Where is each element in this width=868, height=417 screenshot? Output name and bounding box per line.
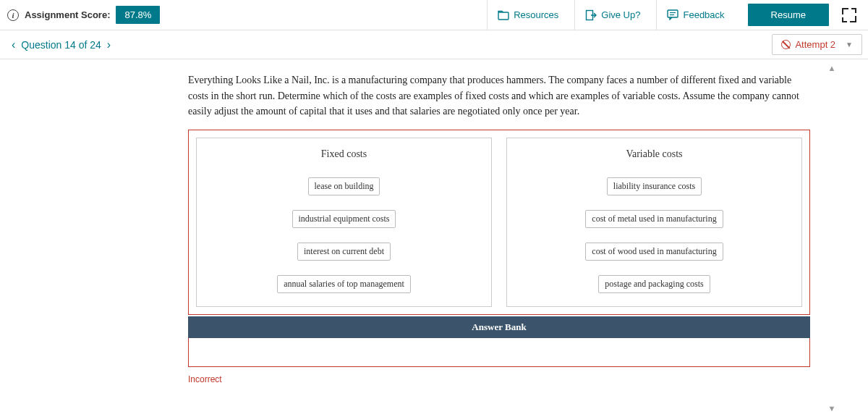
variable-zone-title: Variable costs [626, 144, 682, 170]
svg-rect-0 [498, 12, 509, 20]
question-counter[interactable]: Question 14 of 24 [21, 39, 101, 51]
score-section: i Assignment Score: 87.8% [7, 6, 160, 24]
cost-chip[interactable]: annual salaries of top management [277, 275, 411, 293]
question-content: Everything Looks Like a Nail, Inc. is a … [188, 59, 825, 417]
question-prompt: Everything Looks Like a Nail, Inc. is a … [188, 59, 810, 130]
dropzones-container: Fixed costs lease on building industrial… [188, 130, 810, 315]
feedback-label: Feedback [683, 9, 724, 20]
chat-icon [667, 9, 678, 21]
folder-icon [498, 9, 509, 21]
cost-chip[interactable]: cost of wood used in manufacturing [585, 243, 723, 261]
fullscreen-icon[interactable] [842, 8, 856, 22]
resume-button[interactable]: Resume [748, 4, 829, 26]
exit-icon [585, 9, 597, 21]
prev-question-button[interactable]: ‹ [6, 38, 21, 51]
feedback-button[interactable]: Feedback [656, 0, 734, 30]
resources-label: Resources [514, 9, 558, 20]
cost-chip[interactable]: lease on building [308, 177, 380, 195]
fixed-costs-zone[interactable]: Fixed costs lease on building industrial… [196, 138, 492, 307]
scrollbar[interactable]: ▲ ▼ [825, 59, 839, 417]
variable-costs-zone[interactable]: Variable costs liability insurance costs… [506, 138, 802, 307]
giveup-label: Give Up? [601, 9, 640, 20]
cost-chip[interactable]: interest on current debt [297, 243, 391, 261]
score-badge: 87.8% [116, 6, 160, 24]
scroll-up-icon[interactable]: ▲ [828, 64, 836, 72]
svg-rect-2 [668, 10, 678, 17]
cost-chip[interactable]: cost of metal used in manufacturing [585, 210, 723, 228]
chevron-down-icon: ▼ [846, 41, 853, 49]
giveup-button[interactable]: Give Up? [574, 0, 650, 30]
info-icon[interactable]: i [7, 9, 19, 21]
cost-chip[interactable]: liability insurance costs [607, 177, 702, 195]
next-question-button[interactable]: › [101, 38, 116, 51]
prohibit-icon [781, 40, 791, 49]
status-incorrect: Incorrect [188, 367, 810, 384]
cost-chip[interactable]: industrial equipment costs [292, 210, 396, 228]
fixed-zone-title: Fixed costs [321, 144, 367, 170]
answer-bank-header: Answer Bank [188, 316, 810, 338]
answer-bank-zone[interactable] [188, 338, 810, 367]
score-label: Assignment Score: [25, 9, 110, 20]
attempt-label: Attempt 2 [795, 39, 835, 50]
question-navbar: ‹ Question 14 of 24 › Attempt 2 ▼ [0, 30, 868, 59]
cost-chip[interactable]: postage and packaging costs [598, 275, 710, 293]
topbar: i Assignment Score: 87.8% Resources Give… [0, 0, 868, 30]
attempt-selector[interactable]: Attempt 2 ▼ [772, 34, 862, 55]
scroll-down-icon[interactable]: ▼ [828, 404, 836, 413]
resources-button[interactable]: Resources [487, 0, 569, 30]
